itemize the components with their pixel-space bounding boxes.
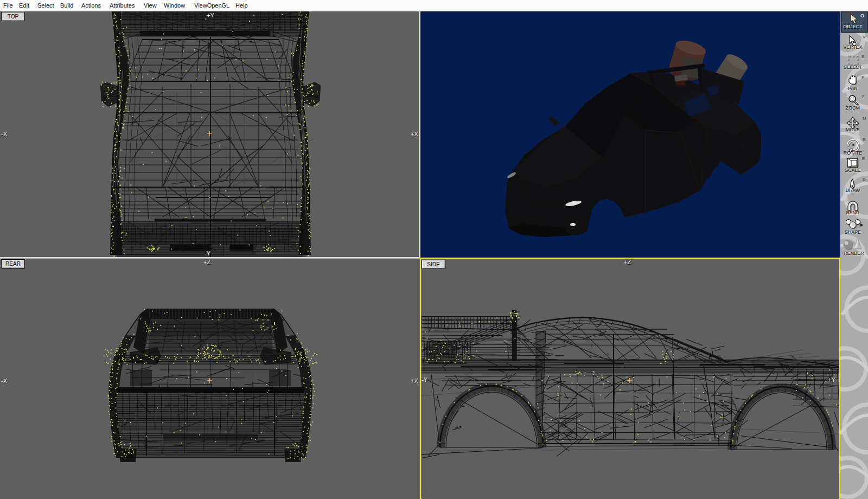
svg-text:SELECT: SELECT xyxy=(844,65,863,70)
svg-text:V: V xyxy=(863,35,866,40)
svg-text:ZOOM: ZOOM xyxy=(846,105,860,111)
svg-text:PAN: PAN xyxy=(848,86,857,91)
svg-text:M: M xyxy=(863,116,866,121)
svg-text:D: D xyxy=(863,177,866,182)
svg-text:E: E xyxy=(862,156,865,161)
svg-text:MOVE: MOVE xyxy=(846,127,860,132)
svg-text:SCALE: SCALE xyxy=(845,168,861,173)
svg-text:ROTATE: ROTATE xyxy=(844,150,863,156)
svg-text:Z: Z xyxy=(861,94,864,99)
svg-text:SHAPE: SHAPE xyxy=(845,229,861,235)
svg-text:O: O xyxy=(860,13,864,18)
svg-text:RENDER: RENDER xyxy=(844,251,864,256)
svg-text:BEND: BEND xyxy=(846,210,859,215)
svg-text:P: P xyxy=(861,75,864,80)
svg-text:VERTEX: VERTEX xyxy=(843,44,862,50)
svg-text:DRAW: DRAW xyxy=(846,188,860,193)
svg-text:OBJECT: OBJECT xyxy=(843,24,863,29)
svg-text:S: S xyxy=(861,54,864,59)
svg-text:R: R xyxy=(863,137,866,142)
